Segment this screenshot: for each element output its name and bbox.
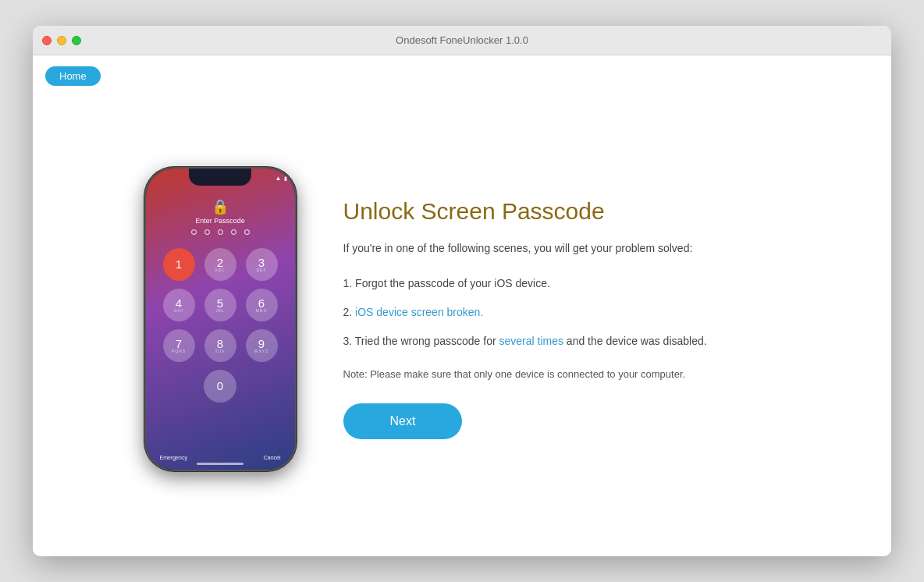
num-2[interactable]: 2 ABC [204,248,236,281]
numpad: 1 2 ABC 3 DEF [146,248,295,410]
phone-mockup: ▲ ▮ 🔒 Enter Passcode [144,167,297,471]
home-button[interactable]: Home [45,66,101,86]
numpad-row-4: 0 [163,370,278,403]
maximize-button[interactable] [72,36,81,45]
feature-1-number: 1. [343,277,356,289]
dot-4 [231,229,236,235]
content-area: Home ▲ ▮ 🔒 Enter Passcode [33,55,891,556]
nav-bar: Home [33,55,891,97]
num-0[interactable]: 0 [204,370,236,403]
status-bar: ▲ ▮ [154,172,287,186]
numpad-row-3: 7 PQRS 8 TUV 9 WXYZ [163,329,278,362]
num-4[interactable]: 4 GHI [163,289,195,321]
numpad-row-2: 4 GHI 5 JKL 6 MNO [163,289,278,321]
feature-item-1: 1. Forgot the passcode of your iOS devic… [343,275,780,292]
dot-3 [218,229,223,235]
feature-3-text-end: and the device was disabled. [563,335,707,347]
note-text: Note: Please make sure that only one dev… [343,367,780,382]
num-1[interactable]: 1 [163,248,195,281]
cancel-label: Cancel [264,455,281,460]
num-7[interactable]: 7 PQRS [163,329,195,362]
feature-list: 1. Forgot the passcode of your iOS devic… [343,275,780,350]
subtitle: If you're in one of the following scenes… [343,240,780,257]
num-8[interactable]: 8 TUV [204,329,236,362]
feature-3-highlight: several times [499,335,563,347]
numpad-row-1: 1 2 ABC 3 DEF [163,248,278,281]
next-button[interactable]: Next [343,403,463,439]
titlebar: Ondesoft FoneUnlocker 1.0.0 [33,26,891,55]
traffic-lights [42,36,81,45]
window-title: Ondesoft FoneUnlocker 1.0.0 [396,34,528,46]
phone-frame: ▲ ▮ 🔒 Enter Passcode [144,167,297,471]
feature-2-number: 2. [343,306,356,318]
page-title: Unlock Screen Passcode [343,198,780,225]
right-content: Unlock Screen Passcode If you're in one … [343,198,780,440]
num-3[interactable]: 3 DEF [246,248,278,281]
wifi-icon: ▲ [275,175,282,182]
phone-screen: ▲ ▮ 🔒 Enter Passcode [146,169,295,470]
feature-1-text: Forgot the passcode of your iOS device. [355,277,550,289]
num-5[interactable]: 5 JKL [204,289,236,321]
enter-passcode-label: Enter Passcode [146,217,295,225]
feature-item-3: 3. Tried the wrong passcode for several … [343,333,780,350]
dot-2 [204,229,210,235]
num-6[interactable]: 6 MNO [246,289,278,321]
app-window: Ondesoft FoneUnlocker 1.0.0 Home ▲ ▮ 🔒 [33,26,891,556]
phone-bottom: Emergency Cancel [146,455,295,460]
feature-3-number: 3. [343,335,355,347]
feature-3-text: Tried the wrong passcode for [355,335,499,347]
dot-1 [191,229,197,235]
battery-icon: ▮ [284,176,287,182]
num-9[interactable]: 9 WXYZ [246,329,278,362]
feature-item-2: 2. iOS device screen broken. [343,304,780,321]
feature-2-text: iOS device screen broken. [355,306,483,318]
main-content: ▲ ▮ 🔒 Enter Passcode [33,97,891,556]
minimize-button[interactable] [57,36,66,45]
home-indicator [197,463,243,465]
passcode-dots [146,229,295,235]
lock-icon: 🔒 [211,198,229,215]
close-button[interactable] [42,36,52,45]
emergency-label: Emergency [160,455,187,460]
dot-5 [244,229,250,235]
